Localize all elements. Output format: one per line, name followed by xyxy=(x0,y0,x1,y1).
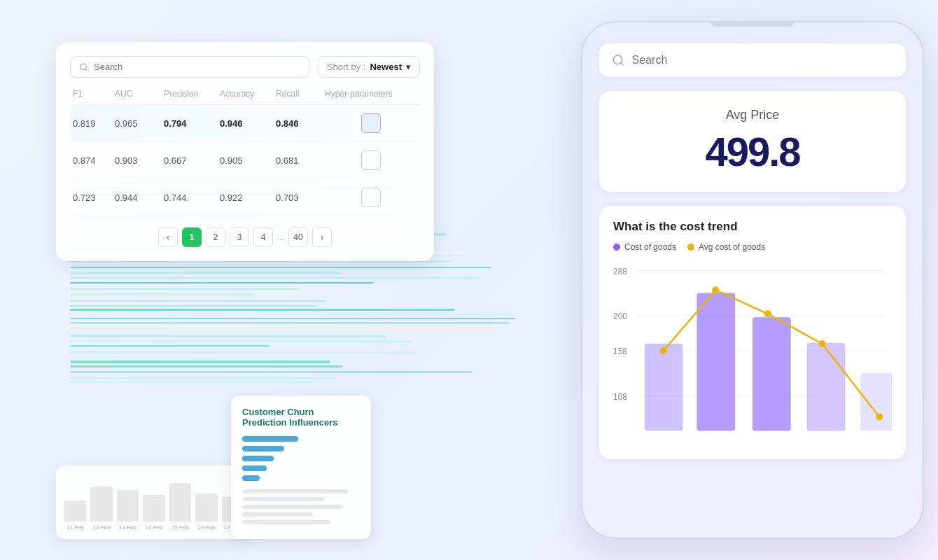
churn-bar-row xyxy=(242,446,360,451)
phone-mockup: Avg Price 499.8 What is the cost trend C… xyxy=(581,21,924,539)
cost-trend-card: What is the cost trend Cost of goods Avg… xyxy=(599,206,906,459)
x-label: 11 Feb xyxy=(64,524,86,531)
cell-precision: 0.744 xyxy=(164,192,220,203)
cell-precision: 0.667 xyxy=(164,155,220,166)
sort-button[interactable]: Short by : Newest ▾ xyxy=(318,56,420,78)
x-label: 13 Feb xyxy=(117,524,139,531)
table-row[interactable]: 0.723 0.944 0.744 0.922 0.703 xyxy=(70,179,420,216)
mini-bar xyxy=(117,490,139,522)
churn-bar-row xyxy=(242,465,360,471)
x-label: 14 Feb xyxy=(143,524,164,531)
churn-bar-row xyxy=(242,456,360,461)
churn-bars xyxy=(242,436,360,481)
legend-dot-purple xyxy=(613,244,620,251)
mini-bar-chart-card: 11 Feb12 Feb13 Feb14 Feb15 Feb16 Feb17 F… xyxy=(56,465,252,539)
col-accuracy: Accuracy xyxy=(220,89,276,99)
legend-label-avg: Avg cost of goods xyxy=(699,242,765,252)
svg-rect-13 xyxy=(807,343,846,430)
col-recall: Recall xyxy=(276,89,325,99)
cell-f1: 0.723 xyxy=(73,192,115,203)
churn-prediction-card: Customer Churn Prediction Influencers xyxy=(231,396,371,539)
line-dot xyxy=(712,286,719,293)
cell-precision: 0.794 xyxy=(164,118,220,129)
page-3-button[interactable]: 3 xyxy=(230,227,249,247)
mini-bar xyxy=(195,493,217,522)
cost-trend-svg: 288 200 158 108 xyxy=(613,263,892,445)
cell-recall: 0.846 xyxy=(276,118,325,129)
svg-rect-11 xyxy=(696,293,735,430)
cell-f1: 0.874 xyxy=(73,155,115,166)
cell-recall: 0.681 xyxy=(276,155,325,166)
cell-auc: 0.965 xyxy=(115,118,164,129)
cell-auc: 0.903 xyxy=(115,155,164,166)
hyper-btn[interactable] xyxy=(361,188,381,207)
prev-page-button[interactable]: ‹ xyxy=(158,227,178,247)
page-2-button[interactable]: 2 xyxy=(206,227,225,247)
x-label: 15 Feb xyxy=(169,524,191,531)
pagination-ellipsis: ... xyxy=(277,232,284,242)
churn-text-lines xyxy=(242,489,360,524)
col-hyper: Hyper-parameters xyxy=(325,89,417,99)
x-axis-labels: 11 Feb12 Feb13 Feb14 Feb15 Feb16 Feb17 F… xyxy=(64,524,244,531)
cost-trend-title: What is the cost trend xyxy=(613,220,892,234)
cell-accuracy: 0.922 xyxy=(220,192,276,203)
churn-bar xyxy=(242,475,260,481)
svg-rect-14 xyxy=(860,373,892,431)
search-icon xyxy=(79,62,88,72)
line-dot xyxy=(764,310,771,317)
next-page-button[interactable]: › xyxy=(312,227,332,247)
phone-search-icon xyxy=(612,53,625,67)
table-row[interactable]: 0.819 0.965 0.794 0.946 0.846 xyxy=(70,105,420,142)
churn-bar xyxy=(242,446,284,451)
phone-search-box[interactable] xyxy=(599,43,906,77)
table-search-input[interactable] xyxy=(94,62,300,72)
mini-bar-chart xyxy=(64,479,244,522)
cell-recall: 0.703 xyxy=(276,192,325,203)
svg-text:200: 200 xyxy=(613,312,627,321)
avg-price-value: 499.8 xyxy=(616,128,889,175)
table-row[interactable]: 0.874 0.903 0.667 0.905 0.681 xyxy=(70,142,420,179)
chart-legend: Cost of goods Avg cost of goods xyxy=(613,242,892,252)
cell-accuracy: 0.905 xyxy=(220,155,276,166)
page-1-button[interactable]: 1 xyxy=(182,227,202,247)
churn-bar xyxy=(242,436,298,442)
phone-search-input[interactable] xyxy=(632,54,893,66)
col-precision: Precision xyxy=(164,89,220,99)
legend-cost-goods: Cost of goods xyxy=(613,242,676,252)
legend-label-cost: Cost of goods xyxy=(624,242,676,252)
x-label: 12 Feb xyxy=(90,524,112,531)
col-f1: F1 xyxy=(73,89,115,99)
hyper-btn[interactable] xyxy=(361,113,381,133)
pagination: ‹ 1 2 3 4 ... 40 › xyxy=(70,227,420,247)
mini-bar xyxy=(90,486,112,522)
churn-bar xyxy=(242,465,267,471)
table-search-box[interactable] xyxy=(70,56,309,78)
avg-price-label: Avg Price xyxy=(616,108,889,122)
svg-rect-10 xyxy=(645,344,683,430)
mini-bar xyxy=(169,483,191,522)
page-4-button[interactable]: 4 xyxy=(253,227,273,247)
svg-point-1 xyxy=(613,55,622,64)
churn-bar-row xyxy=(242,436,360,442)
cell-f1: 0.819 xyxy=(73,118,115,129)
metrics-table: F1 AUC Precision Accuracy Recall Hyper-p… xyxy=(70,89,420,216)
col-auc: AUC xyxy=(115,89,164,99)
cost-trend-chart: 288 200 158 108 xyxy=(613,263,892,445)
sort-label: Short by : xyxy=(327,62,366,72)
svg-point-0 xyxy=(80,64,87,70)
avg-price-card: Avg Price 499.8 xyxy=(599,91,906,192)
page-40-button[interactable]: 40 xyxy=(288,227,308,247)
legend-dot-yellow xyxy=(687,244,694,251)
churn-bar xyxy=(242,456,274,461)
chevron-down-icon: ▾ xyxy=(406,62,411,72)
mini-bar xyxy=(143,495,164,522)
line-dot xyxy=(660,347,667,354)
sort-value: Newest xyxy=(370,62,402,72)
svg-text:288: 288 xyxy=(613,267,627,276)
mini-bar xyxy=(64,500,86,522)
line-dot xyxy=(876,414,883,421)
hyper-btn[interactable] xyxy=(361,150,381,170)
line-dot xyxy=(819,340,826,347)
svg-text:158: 158 xyxy=(613,346,627,356)
churn-card-title: Customer Churn Prediction Influencers xyxy=(242,407,360,428)
